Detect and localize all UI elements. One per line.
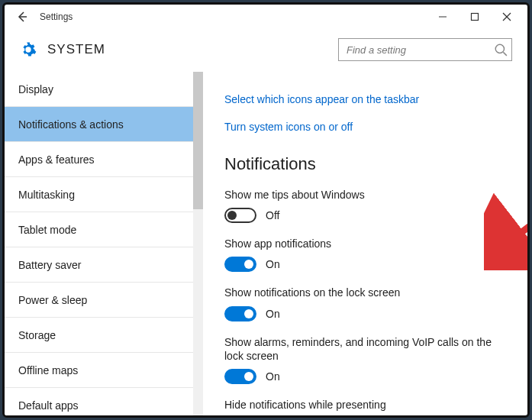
back-button[interactable]: [9, 6, 35, 27]
sidebar-item-tablet-mode[interactable]: Tablet mode: [5, 212, 203, 247]
close-button[interactable]: [491, 6, 523, 27]
setting-label: Show app notifications: [224, 237, 511, 250]
sidebar-item-label: Battery saver: [18, 259, 81, 271]
search-icon: [494, 43, 508, 57]
body: DisplayNotifications & actionsApps & fea…: [5, 72, 527, 415]
search-wrap: [338, 38, 512, 61]
sidebar-item-display[interactable]: Display: [5, 72, 203, 107]
link-taskbar-icons[interactable]: Select which icons appear on the taskbar: [224, 93, 511, 105]
sidebar: DisplayNotifications & actionsApps & fea…: [5, 72, 203, 415]
sidebar-item-label: Offline maps: [18, 364, 78, 376]
minimize-button[interactable]: [427, 6, 459, 27]
setting-row: Show notifications on the lock screenOn: [224, 286, 511, 321]
section-heading-notifications: Notifications: [224, 154, 511, 174]
svg-point-4: [495, 44, 504, 53]
sidebar-item-label: Default apps: [18, 399, 79, 412]
settings-window: Settings SYSTEM DisplayNotifications & a…: [5, 5, 527, 415]
toggle-state-label: Off: [266, 209, 279, 221]
titlebar: Settings: [5, 5, 527, 29]
close-icon: [502, 12, 511, 21]
setting-label: Show alarms, reminders, and incoming VoI…: [224, 335, 511, 363]
sidebar-item-multitasking[interactable]: Multitasking: [5, 177, 203, 212]
toggle-knob-icon: [244, 372, 253, 381]
setting-row: Show alarms, reminders, and incoming VoI…: [224, 335, 511, 384]
back-arrow-icon: [16, 11, 28, 23]
sidebar-item-battery-saver[interactable]: Battery saver: [5, 247, 203, 283]
sidebar-item-apps-features[interactable]: Apps & features: [5, 142, 203, 177]
screenshot-frame: Settings SYSTEM DisplayNotifications & a…: [2, 2, 530, 418]
setting-row: Show me tips about WindowsOff: [224, 188, 511, 223]
toggle-state-label: On: [266, 308, 280, 320]
sidebar-item-notifications-actions[interactable]: Notifications & actions: [5, 107, 203, 142]
toggle-row: Off: [224, 208, 511, 223]
sidebar-item-default-apps[interactable]: Default apps: [5, 388, 203, 418]
setting-row: Hide notifications while presentingOff: [224, 398, 511, 415]
setting-row: Show app notificationsOn: [224, 237, 511, 272]
search-input[interactable]: [338, 38, 512, 61]
minimize-icon: [438, 12, 447, 21]
window-title: Settings: [40, 11, 73, 22]
setting-label: Show me tips about Windows: [224, 188, 511, 202]
sidebar-item-label: Apps & features: [18, 153, 95, 166]
setting-label: Show notifications on the lock screen: [224, 286, 511, 299]
gear-icon: [20, 41, 37, 58]
page-title: SYSTEM: [47, 42, 105, 57]
toggle-state-label: On: [266, 258, 280, 270]
sidebar-item-label: Display: [18, 83, 53, 95]
toggle-knob-icon: [244, 309, 253, 318]
toggle-switch[interactable]: [224, 306, 256, 321]
sidebar-item-label: Storage: [18, 329, 56, 341]
toggle-state-label: On: [266, 370, 280, 383]
sidebar-item-label: Notifications & actions: [18, 118, 124, 131]
sidebar-item-label: Power & sleep: [18, 294, 87, 306]
sidebar-scrollbar-thumb[interactable]: [193, 72, 203, 209]
maximize-button[interactable]: [459, 6, 491, 27]
window-controls: [427, 6, 523, 27]
setting-label: Hide notifications while presenting: [224, 398, 511, 412]
toggle-knob-icon: [227, 211, 237, 220]
content-pane: Select which icons appear on the taskbar…: [203, 72, 527, 415]
sidebar-item-offline-maps[interactable]: Offline maps: [5, 353, 203, 388]
toggle-row: On: [224, 257, 511, 272]
sidebar-item-label: Multitasking: [18, 189, 75, 201]
toggle-row: On: [224, 369, 511, 384]
svg-line-5: [503, 52, 507, 56]
toggle-switch[interactable]: [224, 369, 256, 384]
sidebar-item-label: Tablet mode: [18, 224, 76, 236]
toggle-switch[interactable]: [224, 208, 256, 223]
toggle-switch[interactable]: [224, 257, 256, 272]
toggle-knob-icon: [244, 260, 253, 269]
svg-rect-1: [472, 14, 479, 21]
sidebar-scrollbar[interactable]: [193, 72, 203, 415]
toggle-row: On: [224, 306, 511, 321]
maximize-icon: [470, 12, 479, 21]
sidebar-item-power-sleep[interactable]: Power & sleep: [5, 283, 203, 318]
link-system-icons[interactable]: Turn system icons on or off: [224, 121, 511, 133]
sidebar-item-storage[interactable]: Storage: [5, 318, 203, 353]
page-header: SYSTEM: [5, 29, 527, 72]
